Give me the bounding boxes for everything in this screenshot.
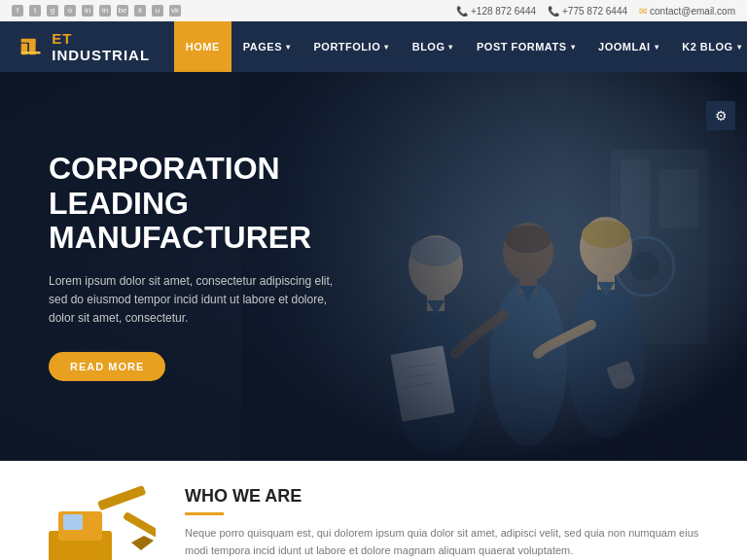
pages-caret-icon: ▾ [286,43,291,52]
social-facebook-icon[interactable]: f [12,5,23,17]
gear-icon: ⚙ [715,108,728,123]
svg-rect-39 [123,511,156,538]
email-contact[interactable]: ✉ contact@email.com [639,6,735,17]
nav-pages[interactable]: PAGES ▾ [231,21,302,72]
phone1-contact[interactable]: 📞 +128 872 6444 [456,6,536,17]
brand-et: ET [52,30,72,47]
svg-rect-2 [21,39,36,43]
svg-rect-37 [63,514,83,530]
brand-industrial: INDUSTRIAL [52,47,150,63]
joomlai-caret-icon: ▾ [655,43,659,52]
svg-marker-40 [131,536,154,550]
hero-description: Lorem ipsum dolor sit amet, consectetur … [49,272,340,329]
social-rss-icon[interactable]: o [64,5,76,17]
social-links[interactable]: f t g o in in be li u vk [12,5,181,17]
blog-caret-icon: ▾ [448,43,453,52]
top-bar: f t g o in in be li u vk 📞 +128 872 6444… [0,0,747,21]
phone2-number: +775 872 6444 [562,6,627,17]
svg-rect-38 [97,485,146,510]
nav-menu: HOME PAGES ▾ PORTFOLIO ▾ BLOG ▾ POST FOR… [174,21,747,72]
nav-post-formats[interactable]: POST FORMATS ▾ [465,21,587,72]
phone2-icon: 📞 [548,6,559,17]
who-we-are-section: WHO WE ARE Neque porro quisquam est, qui… [185,482,718,559]
logo-area[interactable]: ET INDUSTRIAL [0,21,174,72]
social-vk-icon[interactable]: vk [169,5,181,17]
nav-blog[interactable]: BLOG ▾ [401,21,465,72]
title-underline [185,512,224,515]
email-address: contact@email.com [650,6,735,17]
k2blog-caret-icon: ▾ [737,43,742,52]
phone1-number: +128 872 6444 [471,6,536,17]
nav-joomlai[interactable]: JOOMLAI ▾ [587,21,670,72]
social-twitter-icon[interactable]: t [29,5,41,17]
social-u-icon[interactable]: u [152,5,163,17]
nav-home[interactable]: HOME [174,21,231,72]
nav-portfolio[interactable]: PORTFOLIO ▾ [302,21,401,72]
hero-title: CORPORATION LEADING MANUFACTURER [49,152,360,255]
below-fold-section: WHO WE ARE Neque porro quisquam est, qui… [0,461,747,560]
phone1-icon: 📞 [456,6,468,17]
social-linkedin-icon[interactable]: in [82,5,93,17]
portfolio-caret-icon: ▾ [384,43,389,52]
email-icon: ✉ [639,6,647,17]
social-behance-icon[interactable]: be [117,5,128,17]
post-formats-caret-icon: ▾ [571,43,576,52]
nav-k2-blog[interactable]: K2 BLOG ▾ [670,21,747,72]
navbar: ET INDUSTRIAL HOME PAGES ▾ PORTFOLIO ▾ B… [0,21,747,72]
phone2-contact[interactable]: 📞 +775 872 6444 [548,6,627,17]
settings-button[interactable]: ⚙ [706,101,735,130]
contact-info: 📞 +128 872 6444 📞 +775 872 6444 ✉ contac… [456,6,735,17]
brand-name[interactable]: ET INDUSTRIAL [52,30,155,63]
hero-content: CORPORATION LEADING MANUFACTURER Lorem i… [0,152,409,380]
read-more-button[interactable]: READ MORE [49,352,165,381]
svg-rect-3 [21,52,41,53]
social-li-icon[interactable]: li [134,5,146,17]
social-google-icon[interactable]: g [47,5,58,17]
who-we-are-title: WHO WE ARE [185,486,718,507]
who-we-are-text: Neque porro quisquam est, qui dolorem ip… [185,525,718,559]
hero-section: CORPORATION LEADING MANUFACTURER Lorem i… [0,72,747,461]
social-linkedin2-icon[interactable]: in [99,5,111,17]
excavator-image [29,482,156,560]
logo-icon [19,33,42,60]
